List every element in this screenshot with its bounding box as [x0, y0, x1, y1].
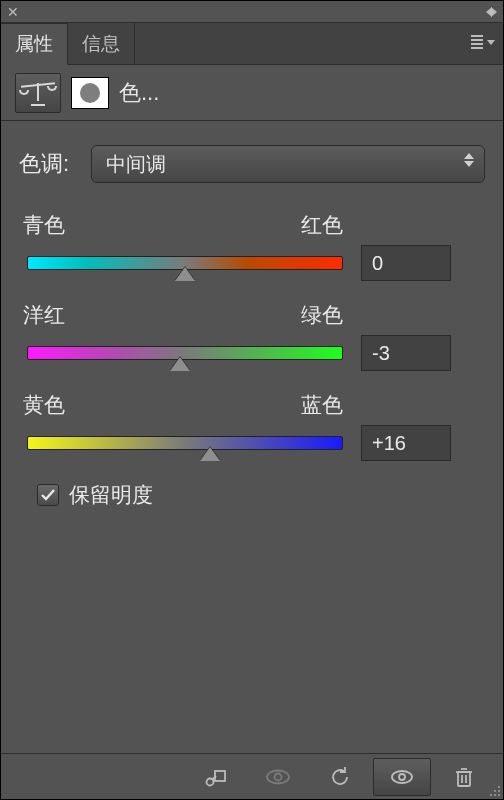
- close-icon[interactable]: ✕: [7, 4, 19, 20]
- track-yellow-blue[interactable]: [27, 436, 343, 450]
- tab-info[interactable]: 信息: [68, 23, 135, 64]
- svg-point-3: [267, 770, 289, 783]
- track-magenta-green[interactable]: [27, 346, 343, 360]
- delete-button[interactable]: [435, 758, 493, 796]
- thumb-cyan-red[interactable]: [175, 267, 195, 281]
- tab-properties[interactable]: 属性: [1, 23, 68, 65]
- thumb-magenta-green[interactable]: [170, 357, 190, 371]
- value-magenta-green[interactable]: -3: [361, 335, 451, 371]
- window-bar: ✕: [1, 1, 503, 23]
- panel-menu-icon[interactable]: [471, 35, 495, 49]
- label-blue: 蓝色: [301, 391, 343, 419]
- value-cyan-red[interactable]: 0: [361, 245, 451, 281]
- svg-rect-1: [215, 771, 225, 781]
- adjustment-header: 色...: [1, 65, 503, 121]
- view-previous-state-button[interactable]: [249, 758, 307, 796]
- properties-panel: ✕ 属性 信息 色... 色调: 中间调: [0, 0, 504, 800]
- label-magenta: 洋红: [23, 301, 65, 329]
- panel-footer: [1, 753, 503, 799]
- label-green: 绿色: [301, 301, 343, 329]
- collapse-icon[interactable]: [486, 7, 497, 17]
- track-cyan-red[interactable]: [27, 256, 343, 270]
- clip-to-layer-button[interactable]: [187, 758, 245, 796]
- label-red: 红色: [301, 211, 343, 239]
- slider-cyan-red: 青色 红色 0: [19, 211, 485, 281]
- tone-row: 色调: 中间调: [19, 145, 485, 183]
- svg-point-6: [399, 774, 405, 780]
- tone-selected: 中间调: [106, 151, 166, 178]
- reset-button[interactable]: [311, 758, 369, 796]
- preserve-luminosity-label: 保留明度: [69, 481, 153, 509]
- tone-select[interactable]: 中间调: [91, 145, 485, 183]
- toggle-visibility-button[interactable]: [373, 758, 431, 796]
- resize-grip[interactable]: [487, 783, 501, 797]
- layer-mask-icon[interactable]: [71, 77, 109, 109]
- thumb-yellow-blue[interactable]: [200, 447, 220, 461]
- label-cyan: 青色: [23, 211, 65, 239]
- svg-point-5: [392, 771, 412, 783]
- slider-yellow-blue: 黄色 蓝色 +16: [19, 391, 485, 461]
- preserve-luminosity-row: 保留明度: [37, 481, 485, 509]
- label-yellow: 黄色: [23, 391, 65, 419]
- svg-point-4: [275, 773, 282, 780]
- value-yellow-blue[interactable]: +16: [361, 425, 451, 461]
- color-balance-icon[interactable]: [15, 73, 61, 113]
- adjustment-title: 色...: [119, 78, 159, 108]
- tab-bar: 属性 信息: [1, 23, 503, 65]
- svg-rect-7: [458, 772, 470, 786]
- slider-magenta-green: 洋红 绿色 -3: [19, 301, 485, 371]
- tone-label: 色调:: [19, 149, 77, 179]
- panel-body: 色调: 中间调 青色 红色 0 洋红 绿色: [1, 121, 503, 533]
- preserve-luminosity-checkbox[interactable]: [37, 484, 59, 506]
